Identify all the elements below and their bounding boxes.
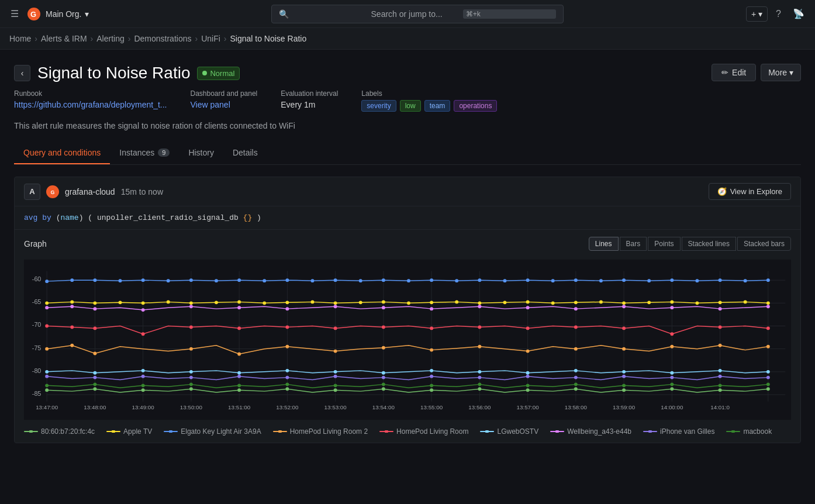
breadcrumb-alerting[interactable]: Alerting — [96, 34, 124, 43]
tab-history[interactable]: History — [179, 142, 223, 164]
graph-stacked-bars-btn[interactable]: Stacked bars — [737, 237, 791, 251]
news-button[interactable]: 📡 — [789, 5, 808, 23]
svg-point-73 — [647, 279, 651, 282]
svg-point-153 — [478, 345, 481, 348]
org-selector[interactable]: Main Org. ▾ — [46, 9, 89, 19]
svg-point-109 — [766, 301, 770, 305]
svg-point-142 — [719, 326, 722, 329]
view-panel-link[interactable]: View panel — [191, 100, 258, 109]
instances-badge: 9 — [158, 149, 170, 157]
breadcrumb-home[interactable]: Home — [9, 34, 31, 43]
svg-point-115 — [237, 306, 241, 309]
legend-item-mac[interactable]: 80:60:b7:20:fc:4c — [24, 427, 95, 436]
label-low[interactable]: low — [400, 100, 421, 112]
hamburger-menu[interactable]: ☰ — [7, 5, 22, 23]
svg-point-172 — [622, 370, 626, 374]
back-button[interactable]: ‹ — [14, 65, 30, 81]
datasource-name: grafana-cloud — [65, 187, 115, 196]
svg-text:13:49:00: 13:49:00 — [132, 404, 155, 410]
svg-point-198 — [334, 384, 337, 387]
graph-stacked-lines-btn[interactable]: Stacked lines — [682, 237, 736, 251]
svg-point-120 — [478, 305, 481, 308]
svg-text:14:00:00: 14:00:00 — [661, 404, 683, 410]
svg-point-239 — [648, 430, 652, 433]
breadcrumb-unifi[interactable]: UniFi — [201, 34, 220, 43]
graph-lines-btn[interactable]: Lines — [589, 237, 619, 251]
svg-point-107 — [719, 301, 722, 304]
add-button[interactable]: + ▾ — [746, 6, 768, 22]
svg-point-176 — [45, 375, 49, 378]
svg-point-161 — [93, 371, 96, 375]
svg-point-85 — [189, 301, 193, 305]
svg-point-204 — [622, 384, 626, 387]
svg-point-108 — [744, 300, 747, 303]
svg-text:13:58:00: 13:58:00 — [565, 404, 588, 410]
svg-point-139 — [574, 326, 578, 329]
svg-point-181 — [285, 376, 289, 379]
svg-point-177 — [93, 376, 96, 379]
svg-point-156 — [622, 347, 626, 351]
svg-point-58 — [285, 278, 289, 282]
svg-point-74 — [670, 278, 674, 282]
svg-text:-80: -80 — [32, 367, 42, 374]
legend-item-wellbeing[interactable]: Wellbeing_a43-e44b — [550, 427, 631, 436]
svg-point-186 — [526, 375, 530, 378]
svg-point-135 — [382, 326, 385, 329]
legend-item-macbook[interactable]: macbook — [726, 427, 772, 436]
label-severity[interactable]: severity — [361, 100, 396, 112]
label-operations[interactable]: operations — [454, 100, 497, 112]
graph-points-btn[interactable]: Points — [648, 237, 680, 251]
breadcrumb-demonstrations[interactable]: Demonstrations — [134, 34, 191, 43]
runbook-link[interactable]: https://github.com/grafana/deployment_t.… — [14, 100, 167, 109]
svg-point-221 — [670, 387, 674, 391]
svg-point-205 — [670, 382, 674, 386]
svg-text:13:56:00: 13:56:00 — [468, 404, 491, 410]
more-button[interactable]: More ▾ — [761, 64, 801, 81]
svg-point-63 — [407, 279, 410, 282]
tab-instances[interactable]: Instances 9 — [110, 142, 179, 164]
svg-text:G: G — [51, 189, 55, 195]
dashboard-section: Dashboard and panel View panel — [191, 89, 258, 109]
svg-point-184 — [430, 375, 433, 378]
tab-details[interactable]: Details — [223, 142, 267, 164]
svg-point-72 — [622, 278, 626, 282]
legend-item-appletv[interactable]: Apple TV — [106, 427, 152, 436]
legend-item-iphone[interactable]: iPhone van Gilles — [643, 427, 714, 436]
legend-item-homepod2[interactable]: HomePod Living Room 2 — [273, 427, 368, 436]
svg-point-171 — [574, 369, 578, 372]
svg-point-218 — [526, 388, 530, 392]
svg-point-136 — [430, 326, 433, 330]
edit-button[interactable]: ✏ Edit — [712, 64, 756, 81]
legend-item-elgato[interactable]: Elgato Key Light Air 3A9A — [164, 427, 261, 436]
svg-point-70 — [574, 278, 578, 282]
graph-header: Graph Lines Bars Points Stacked lines St… — [24, 237, 791, 251]
view-explore-button[interactable]: 🧭 View in Explore — [709, 183, 791, 200]
svg-point-67 — [503, 279, 507, 282]
breadcrumb-current: Signal to Noise Ratio — [230, 34, 306, 43]
svg-text:13:47:00: 13:47:00 — [36, 404, 58, 410]
svg-text:13:52:00: 13:52:00 — [276, 404, 299, 410]
graph-bars-btn[interactable]: Bars — [620, 237, 647, 251]
status-badge: Normal — [197, 67, 240, 80]
svg-point-99 — [526, 300, 530, 303]
eval-section: Evaluation interval Every 1m — [281, 89, 338, 109]
tab-query-conditions[interactable]: Query and conditions — [14, 142, 110, 164]
svg-point-213 — [285, 387, 289, 391]
svg-point-235 — [485, 430, 489, 433]
search-bar[interactable]: 🔍 Search or jump to... ⌘+k — [271, 5, 564, 23]
legend-line-homepod — [379, 430, 393, 433]
help-button[interactable]: ? — [772, 5, 785, 23]
svg-point-105 — [670, 300, 674, 303]
svg-point-123 — [622, 305, 626, 308]
svg-point-125 — [719, 307, 722, 310]
svg-point-121 — [526, 306, 530, 309]
label-team[interactable]: team — [424, 100, 451, 112]
svg-point-202 — [526, 384, 530, 387]
edit-icon: ✏ — [721, 68, 728, 77]
breadcrumb-alerts-irm[interactable]: Alerts & IRM — [41, 34, 87, 43]
svg-point-132 — [237, 326, 241, 330]
status-dot — [202, 71, 207, 75]
legend-item-homepod[interactable]: HomePod Living Room — [379, 427, 468, 436]
legend-item-lg[interactable]: LGwebOSTV — [480, 427, 538, 436]
svg-text:13:57:00: 13:57:00 — [517, 404, 540, 410]
